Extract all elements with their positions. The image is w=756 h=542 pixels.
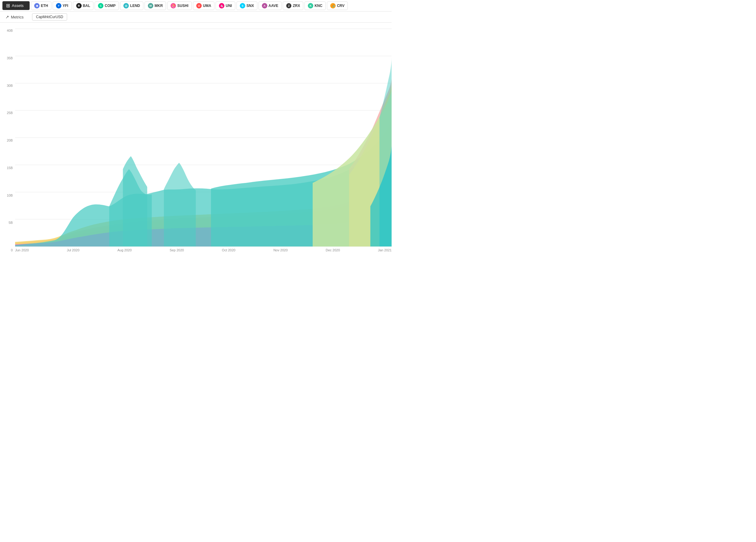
zrx-label: ZRX <box>293 4 300 8</box>
bal-label: BAL <box>83 4 90 8</box>
trending-icon: ↗ <box>5 15 9 19</box>
top-bar: ⊞ Assets ◆ ETH Y YFI B BAL C COMP ◎ LEND <box>0 0 392 23</box>
y-label-30b: 30B <box>0 84 15 87</box>
knc-label: KNC <box>314 4 322 8</box>
stacked-area-chart <box>15 29 392 247</box>
metrics-tab[interactable]: ↗ Metrics <box>2 13 30 21</box>
y-label-5b: 5B <box>0 221 15 224</box>
snx-label: SNX <box>246 4 254 8</box>
metric-capmrktcurusd[interactable]: CapMrktCurUSD <box>32 13 67 21</box>
lend-icon: ◎ <box>123 3 129 8</box>
asset-uma[interactable]: U UMA <box>193 2 214 10</box>
assets-label: Assets <box>12 3 24 8</box>
y-label-10b: 10B <box>0 194 15 197</box>
x-label-jun2020: Jun 2020 <box>15 248 29 252</box>
sushi-icon: 🍣 <box>171 3 176 8</box>
asset-mkr[interactable]: M MKR <box>145 2 166 10</box>
mkr-icon: M <box>148 3 153 8</box>
uni-label: UNI <box>226 4 232 8</box>
asset-uni[interactable]: 🦄 UNI <box>216 2 235 10</box>
sushi-label: SUSHI <box>177 4 188 8</box>
assets-row: ⊞ Assets ◆ ETH Y YFI B BAL C COMP ◎ LEND <box>0 0 392 11</box>
y-label-15b: 15B <box>0 166 15 170</box>
uni-icon: 🦄 <box>219 3 224 8</box>
y-label-20b: 20B <box>0 139 15 142</box>
mkr-label: MKR <box>155 4 163 8</box>
comp-label: COMP <box>105 4 116 8</box>
x-label-sep2020: Sep 2020 <box>170 248 184 252</box>
bal-icon: B <box>76 3 82 8</box>
uma-label: UMA <box>203 4 211 8</box>
x-label-aug2020: Aug 2020 <box>117 248 132 252</box>
asset-knc[interactable]: K KNC <box>305 2 326 10</box>
crv-icon: 🌈 <box>330 3 336 8</box>
layers-icon: ⊞ <box>6 3 10 8</box>
eth-label: ETH <box>41 4 48 8</box>
x-label-nov2020: Nov 2020 <box>273 248 288 252</box>
x-label-dec2020: Dec 2020 <box>326 248 340 252</box>
x-axis: Jun 2020 Jul 2020 Aug 2020 Sep 2020 Oct … <box>15 247 392 252</box>
chart-area: 0 5B 10B 15B 20B 25B 30B 35B 40B <box>0 23 392 264</box>
knc-icon: K <box>308 3 313 8</box>
zrx-icon: Z <box>286 3 292 8</box>
yfi-label: YFI <box>63 4 68 8</box>
assets-tab[interactable]: ⊞ Assets <box>2 1 30 10</box>
y-label-35b: 35B <box>0 56 15 60</box>
y-label-0: 0 <box>0 248 15 252</box>
asset-lend[interactable]: ◎ LEND <box>120 2 143 10</box>
crv-label: CRV <box>337 4 344 8</box>
x-label-oct2020: Oct 2020 <box>222 248 236 252</box>
eth-icon: ◆ <box>34 3 40 8</box>
snx-icon: S <box>240 3 245 8</box>
y-axis: 0 5B 10B 15B 20B 25B 30B 35B 40B <box>0 29 15 252</box>
y-label-40b: 40B <box>0 29 15 32</box>
asset-crv[interactable]: 🌈 CRV <box>327 2 348 10</box>
aave-label: AAVE <box>269 4 278 8</box>
aave-icon: A <box>262 3 267 8</box>
asset-bal[interactable]: B BAL <box>73 2 94 10</box>
asset-aave[interactable]: A AAVE <box>259 2 282 10</box>
x-label-jul2020: Jul 2020 <box>67 248 80 252</box>
metrics-row: ↗ Metrics CapMrktCurUSD <box>0 11 392 22</box>
asset-snx[interactable]: S SNX <box>236 2 257 10</box>
yfi-icon: Y <box>56 3 61 8</box>
asset-zrx[interactable]: Z ZRX <box>283 2 303 10</box>
asset-eth[interactable]: ◆ ETH <box>31 2 51 10</box>
lend-label: LEND <box>130 4 140 8</box>
metric-label: CapMrktCurUSD <box>36 15 63 19</box>
asset-yfi[interactable]: Y YFI <box>53 2 72 10</box>
chart-svg-container: Jun 2020 Jul 2020 Aug 2020 Sep 2020 Oct … <box>15 29 392 252</box>
asset-comp[interactable]: C COMP <box>95 2 119 10</box>
metrics-label: Metrics <box>11 15 24 19</box>
uma-icon: U <box>196 3 202 8</box>
asset-sushi[interactable]: 🍣 SUSHI <box>167 2 192 10</box>
y-label-25b: 25B <box>0 111 15 115</box>
x-label-jan2021: Jan 2021 <box>378 248 392 252</box>
comp-icon: C <box>98 3 103 8</box>
